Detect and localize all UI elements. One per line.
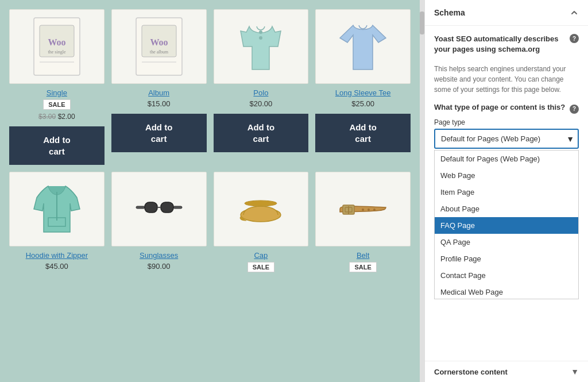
product-image-longsleeve	[315, 9, 411, 84]
product-name-cap[interactable]: Cap	[254, 251, 268, 260]
product-image-belt	[315, 172, 411, 246]
svg-point-22	[362, 209, 364, 211]
schema-description-title: Yoast SEO automatically describes your p…	[434, 34, 567, 55]
help-icon-pagetype[interactable]: ?	[570, 105, 579, 114]
dropdown-item-2[interactable]: Item Page	[435, 184, 578, 200]
svg-text:the album: the album	[150, 49, 169, 55]
product-name-longsleeve[interactable]: Long Sleeve Tee	[335, 88, 391, 97]
product-image-sunglasses	[111, 172, 207, 246]
product-price-single: $3.00 $2.00	[38, 112, 75, 121]
svg-point-18	[245, 200, 277, 206]
product-name-belt[interactable]: Belt	[357, 251, 369, 260]
product-card-cap: Cap SALE	[214, 172, 309, 275]
products-panel: Woo the single Single SALE $3.00 $2.00 A…	[0, 0, 420, 382]
page-type-label: Page type	[434, 118, 579, 126]
dropdown-item-1[interactable]: Web Page	[435, 167, 578, 184]
product-card-single: Woo the single Single SALE $3.00 $2.00 A…	[9, 9, 105, 165]
dropdown-item-5[interactable]: QA Page	[435, 234, 578, 250]
product-image-album: Woo the album	[111, 9, 207, 84]
page-type-select[interactable]: Default for Pages (Web Page)	[434, 129, 579, 149]
cornerstone-chevron-icon: ▼	[571, 367, 579, 376]
cornerstone-label: Cornerstone content	[434, 368, 508, 376]
svg-rect-13	[136, 206, 145, 209]
product-card-sunglasses: Sunglasses $90.00	[111, 172, 207, 275]
product-price-album: $15.00	[148, 99, 171, 108]
add-to-cart-polo[interactable]: Add tocart	[214, 114, 309, 152]
sale-badge-single: SALE	[43, 99, 70, 110]
schema-header: Schema	[425, 0, 588, 26]
sale-price-single: $2.00	[58, 113, 75, 121]
schema-body: Yoast SEO automatically describes your p…	[425, 26, 588, 307]
product-card-polo: Polo $20.00 Add tocart	[214, 9, 309, 165]
svg-rect-16	[161, 202, 173, 213]
product-price-sunglasses: $90.00	[148, 262, 171, 271]
product-name-single[interactable]: Single	[47, 88, 67, 97]
right-panel: Schema Yoast SEO automatically describes…	[424, 0, 588, 382]
dropdown-item-6[interactable]: Profile Page	[435, 250, 578, 267]
product-name-album[interactable]: Album	[148, 88, 169, 97]
product-image-single: Woo the single	[9, 9, 105, 84]
svg-text:the single: the single	[48, 49, 65, 55]
svg-point-11	[259, 36, 262, 40]
schema-collapse-icon[interactable]	[570, 8, 579, 17]
svg-point-23	[368, 209, 370, 211]
dropdown-item-0[interactable]: Default for Pages (Web Page)	[435, 151, 578, 167]
svg-rect-15	[145, 202, 157, 213]
page-type-select-container: Default for Pages (Web Page) ▼	[434, 129, 579, 149]
product-card-longsleeve: Long Sleeve Tee $25.00 Add tocart	[315, 9, 411, 165]
svg-text:Woo: Woo	[48, 37, 65, 47]
sale-badge-belt: SALE	[349, 262, 376, 272]
product-card-belt: Belt SALE	[315, 172, 411, 275]
svg-point-24	[373, 209, 376, 211]
schema-description-text: This helps search engines understand you…	[434, 64, 579, 95]
original-price-single: $3.00	[38, 113, 56, 121]
products-grid: Woo the single Single SALE $3.00 $2.00 A…	[9, 9, 411, 275]
schema-title: Schema	[434, 8, 465, 17]
product-name-polo[interactable]: Polo	[253, 88, 268, 97]
add-to-cart-album[interactable]: Add tocart	[111, 114, 207, 152]
dropdown-list: Default for Pages (Web Page)Web PageItem…	[434, 150, 579, 299]
sale-badge-cap: SALE	[247, 262, 274, 272]
product-name-hoodie[interactable]: Hoodie with Zipper	[26, 251, 88, 260]
product-price-longsleeve: $25.00	[351, 99, 374, 108]
product-image-hoodie	[9, 172, 105, 246]
product-image-polo	[214, 9, 309, 84]
product-price-polo: $20.00	[249, 99, 272, 108]
product-card-hoodie: Hoodie with Zipper $45.00	[9, 172, 105, 275]
dropdown-item-7[interactable]: Contact Page	[435, 267, 578, 284]
page-type-question: What type of page or content is this?	[434, 103, 567, 111]
dropdown-item-3[interactable]: About Page	[435, 200, 578, 217]
svg-rect-14	[173, 206, 182, 209]
product-name-sunglasses[interactable]: Sunglasses	[140, 251, 178, 260]
product-price-hoodie: $45.00	[45, 262, 68, 271]
product-card-album: Woo the album Album $15.00 Add tocart	[111, 9, 207, 165]
add-to-cart-single[interactable]: Add tocart	[9, 126, 105, 165]
dropdown-item-8[interactable]: Medical Web Page	[435, 284, 578, 299]
scrollbar-thumb[interactable]	[420, 11, 424, 34]
svg-text:Woo: Woo	[150, 37, 168, 47]
add-to-cart-longsleeve[interactable]: Add tocart	[315, 114, 411, 152]
scrollbar[interactable]	[420, 0, 424, 382]
dropdown-item-4[interactable]: FAQ Page	[435, 217, 578, 234]
help-icon-description[interactable]: ?	[570, 34, 579, 43]
svg-point-10	[259, 30, 262, 34]
product-image-cap	[214, 172, 309, 246]
cornerstone-section[interactable]: Cornerstone content ▼	[425, 361, 588, 382]
